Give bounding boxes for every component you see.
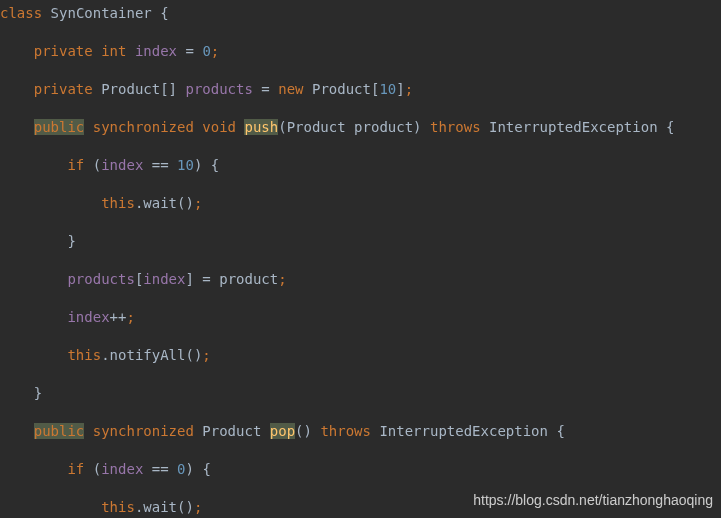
keyword-highlight: public xyxy=(34,119,85,135)
class-name: SynContainer xyxy=(51,5,152,21)
method-name: push xyxy=(244,119,278,135)
keyword: class xyxy=(0,5,42,21)
code-block: class SynContainer { private int index =… xyxy=(0,0,721,518)
method-name: pop xyxy=(270,423,295,439)
